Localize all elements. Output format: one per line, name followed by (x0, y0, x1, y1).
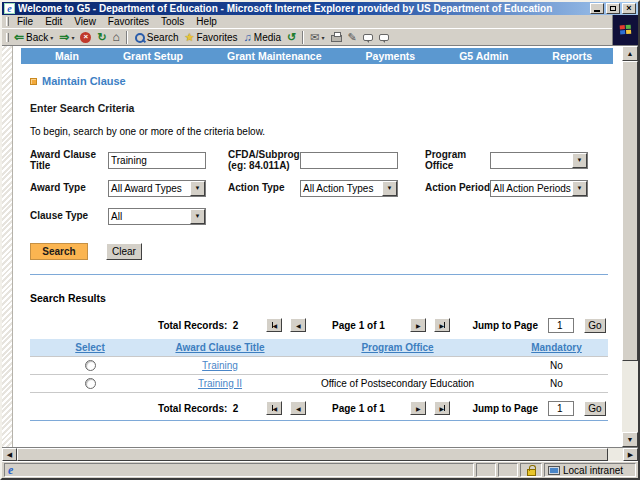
table-header-row: Select Award Clause Title Program Office… (30, 339, 608, 357)
forward-button[interactable]: ⇒ ▾ (56, 29, 77, 45)
nav-main[interactable]: Main (55, 50, 79, 62)
jump-to-page-input[interactable] (548, 318, 574, 333)
search-submit-button[interactable]: Search (30, 243, 88, 260)
close-button[interactable]: × (622, 3, 636, 14)
nav-payments[interactable]: Payments (366, 50, 416, 62)
header-select[interactable]: Select (30, 342, 150, 353)
award-type-select[interactable]: All Award Types ▼ (108, 180, 206, 197)
header-award-clause-title[interactable]: Award Clause Title (150, 342, 290, 353)
first-page-button[interactable]: ◀ (266, 401, 282, 415)
clause-type-select[interactable]: All ▼ (108, 208, 206, 225)
lock-icon (527, 469, 536, 476)
clause-title-link[interactable]: Training II (198, 378, 242, 389)
media-button[interactable]: ♫ Media (241, 29, 285, 45)
header-program-office[interactable]: Program Office (290, 342, 505, 353)
jump-to-page-input[interactable] (548, 401, 574, 416)
vertical-scrollbar[interactable]: ▲ ▼ (622, 46, 638, 447)
status-lock-panel (520, 463, 542, 477)
chevron-down-icon: ▼ (382, 181, 397, 196)
windows-flag-icon (619, 25, 632, 36)
chevron-down-icon: ▼ (572, 181, 587, 196)
back-button[interactable]: ⇐ Back ▾ (11, 29, 56, 45)
home-icon: ⌂ (113, 31, 120, 43)
horizontal-scroll-track[interactable] (608, 448, 623, 461)
award-clause-title-input[interactable] (108, 152, 206, 169)
nav-g5-admin[interactable]: G5 Admin (459, 50, 508, 62)
cfda-input[interactable] (300, 152, 398, 169)
last-page-button[interactable]: ▶ (434, 401, 450, 415)
menu-edit[interactable]: Edit (39, 16, 68, 27)
horizontal-scroll-thumb[interactable] (17, 448, 608, 461)
scroll-down-button[interactable]: ▼ (622, 432, 638, 447)
row-select-radio[interactable] (85, 378, 96, 389)
toolbar-separator (302, 31, 304, 44)
vertical-scroll-thumb[interactable] (622, 61, 638, 361)
menu-bar: File Edit View Favorites Tools Help (2, 15, 612, 28)
first-page-button[interactable]: ◀ (266, 318, 282, 332)
mail-button[interactable]: ✉▾ (307, 29, 327, 45)
status-zone-panel: Local intranet (544, 463, 636, 477)
header-mandatory[interactable]: Mandatory (505, 342, 608, 353)
favorites-icon: ★ (185, 32, 195, 43)
window-title: Welcome to G5 - Department of Education … (18, 3, 588, 14)
messenger-button[interactable] (376, 29, 392, 45)
prev-page-button[interactable]: ◀ (290, 401, 306, 415)
clause-title-link[interactable]: Training (202, 360, 238, 371)
status-bar: e Local intranet (2, 461, 638, 478)
horizontal-scrollbar[interactable]: ◀ ▶ (2, 447, 638, 461)
total-records-value: 2 (233, 403, 239, 414)
next-page-button[interactable]: ▶ (410, 318, 426, 332)
menu-favorites[interactable]: Favorites (102, 16, 155, 27)
menu-tools[interactable]: Tools (155, 16, 190, 27)
action-period-select[interactable]: All Action Periods ▼ (490, 180, 588, 197)
search-button[interactable]: Search (131, 29, 182, 45)
title-bar: e Welcome to G5 - Department of Educatio… (2, 2, 638, 15)
scroll-right-button[interactable]: ▶ (623, 448, 638, 461)
action-type-select[interactable]: All Action Types ▼ (300, 180, 398, 197)
nav-grant-maintenance[interactable]: Grant Maintenance (227, 50, 322, 62)
results-table: Select Award Clause Title Program Office… (30, 339, 608, 393)
refresh-button[interactable]: ↻ (94, 29, 109, 45)
print-button[interactable] (328, 29, 345, 45)
chevron-down-icon: ▼ (190, 209, 205, 224)
scroll-up-button[interactable]: ▲ (622, 46, 638, 61)
search-label: Search (147, 32, 179, 43)
award-clause-title-label: Award Clause Title (30, 149, 108, 172)
home-button[interactable]: ⌂ (110, 29, 123, 45)
prev-page-button[interactable]: ◀ (290, 318, 306, 332)
last-page-button[interactable]: ▶ (434, 318, 450, 332)
minimize-button[interactable] (590, 3, 604, 14)
page-indicator: Page 1 of 1 (318, 320, 398, 331)
row-select-radio[interactable] (85, 360, 96, 371)
menu-view[interactable]: View (68, 16, 102, 27)
nav-reports[interactable]: Reports (552, 50, 592, 62)
search-icon (134, 32, 145, 43)
status-panel (498, 463, 518, 477)
history-icon: ↺ (287, 32, 296, 43)
clear-button[interactable]: Clear (106, 243, 142, 260)
media-label: Media (254, 32, 281, 43)
menu-help[interactable]: Help (190, 16, 223, 27)
ie-page-icon: e (8, 464, 13, 476)
scroll-left-button[interactable]: ◀ (2, 448, 17, 461)
page-indicator: Page 1 of 1 (318, 403, 398, 414)
menu-file[interactable]: File (11, 16, 39, 27)
edit-icon: ✎ (348, 32, 357, 43)
go-button[interactable]: Go (584, 401, 606, 416)
search-criteria-form: Award Clause Title CFDA/Subprogram (eg: … (30, 146, 608, 230)
restore-button[interactable] (606, 3, 620, 14)
program-office-select[interactable]: ▼ (490, 152, 588, 169)
history-button[interactable]: ↺ (284, 29, 299, 45)
print-icon (331, 35, 342, 42)
next-page-button[interactable]: ▶ (410, 401, 426, 415)
results-heading: Search Results (30, 292, 608, 304)
vertical-scroll-track[interactable] (622, 361, 638, 432)
nav-grant-setup[interactable]: Grant Setup (123, 50, 183, 62)
stop-button[interactable]: × (77, 29, 94, 45)
edit-button[interactable]: ✎ (345, 29, 360, 45)
total-records-label: Total Records: (158, 403, 227, 414)
go-button[interactable]: Go (584, 318, 606, 333)
favorites-button[interactable]: ★ Favorites (182, 29, 241, 45)
discuss-button[interactable] (360, 29, 376, 45)
back-dropdown-icon: ▾ (50, 34, 53, 41)
